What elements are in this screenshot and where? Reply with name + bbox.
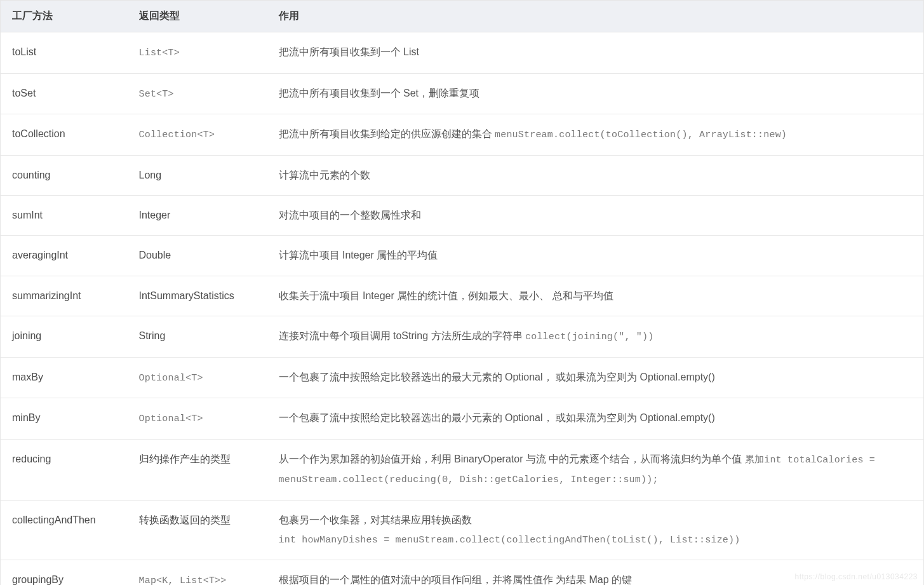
cell-desc: 收集关于流中项目 Integer 属性的统计值，例如最大、最小、 总和与平均值 (267, 276, 924, 316)
cell-method: toList (1, 32, 128, 74)
cell-type: Optional<T> (128, 398, 267, 440)
table-row: toSetSet<T>把流中所有项目收集到一个 Set，删除重复项 (1, 73, 924, 114)
table-row: maxByOptional<T>一个包裹了流中按照给定比较器选出的最大元素的 O… (1, 357, 924, 398)
type-code: List<T> (139, 48, 180, 58)
table-row: toListList<T>把流中所有项目收集到一个 List (1, 32, 924, 74)
table-row: collectingAndThen转换函数返回的类型包裹另一个收集器，对其结果应… (1, 500, 924, 560)
desc-code: menuStream.collect(toCollection(), Array… (495, 130, 787, 140)
cell-method: sumInt (1, 195, 128, 235)
header-method: 工厂方法 (1, 1, 128, 32)
cell-type: 归约操作产生的类型 (128, 439, 267, 500)
desc-text: 一个包裹了流中按照给定比较器选出的最大元素的 Optional， 或如果流为空则… (279, 372, 715, 382)
cell-method: joining (1, 316, 128, 358)
cell-method: collectingAndThen (1, 500, 128, 560)
cell-desc: 计算流中元素的个数 (267, 155, 924, 195)
table-row: summarizingIntIntSummaryStatistics收集关于流中… (1, 276, 924, 316)
header-row: 工厂方法 返回类型 作用 (1, 1, 924, 32)
cell-type: Optional<T> (128, 357, 267, 398)
cell-method: averagingInt (1, 236, 128, 276)
cell-method: summarizingInt (1, 276, 128, 316)
table-row: sumIntInteger对流中项目的一个整数属性求和 (1, 195, 924, 235)
type-code: Optional<T> (139, 373, 203, 384)
cell-desc: 一个包裹了流中按照给定比较器选出的最大元素的 Optional， 或如果流为空则… (267, 357, 924, 398)
cell-desc: 包裹另一个收集器，对其结果应用转换函数 int howManyDishes = … (267, 500, 924, 560)
desc-prefix-code: 累加 (745, 455, 764, 466)
table-row: toCollectionCollection<T>把流中所有项目收集到给定的供应… (1, 114, 924, 156)
cell-desc: 连接对流中每个项目调用 toString 方法所生成的字符串 collect(j… (267, 316, 924, 358)
type-code: Set<T> (139, 89, 174, 100)
cell-type: Set<T> (128, 73, 267, 114)
watermark: https://blog.csdn.net/u013034223 (795, 572, 918, 581)
desc-text: 包裹另一个收集器，对其结果应用转换函数 (279, 514, 472, 525)
cell-method: groupingBy (1, 560, 128, 585)
desc-text: 连接对流中每个项目调用 toString 方法所生成的字符串 (279, 330, 525, 341)
cell-type: Double (128, 236, 267, 276)
cell-type: String (128, 316, 267, 358)
collectors-table: 工厂方法 返回类型 作用 toListList<T>把流中所有项目收集到一个 L… (0, 0, 924, 585)
table-row: averagingIntDouble计算流中项目 Integer 属性的平均值 (1, 236, 924, 276)
table-row: countingLong计算流中元素的个数 (1, 155, 924, 195)
cell-method: reducing (1, 439, 128, 500)
table-row: minByOptional<T>一个包裹了流中按照给定比较器选出的最小元素的 O… (1, 398, 924, 440)
desc-text: 把流中所有项目收集到一个 Set，删除重复项 (279, 88, 479, 98)
cell-desc: 一个包裹了流中按照给定比较器选出的最小元素的 Optional， 或如果流为空则… (267, 398, 924, 440)
type-code: Map<K, List<T>> (139, 575, 227, 585)
cell-method: toSet (1, 73, 128, 114)
desc-text: 把流中所有项目收集到一个 List (279, 46, 419, 57)
type-code: Collection<T> (139, 130, 215, 140)
desc-text: 计算流中元素的个数 (279, 170, 370, 180)
table-row: groupingByMap<K, List<T>>根据项目的一个属性的值对流中的… (1, 560, 924, 585)
cell-desc: 计算流中项目 Integer 属性的平均值 (267, 236, 924, 276)
cell-type: List<T> (128, 32, 267, 74)
cell-method: maxBy (1, 357, 128, 398)
cell-type: Integer (128, 195, 267, 235)
table-row: joiningString连接对流中每个项目调用 toString 方法所生成的… (1, 316, 924, 358)
header-desc: 作用 (267, 1, 924, 32)
cell-type: IntSummaryStatistics (128, 276, 267, 316)
desc-text: 收集关于流中项目 Integer 属性的统计值，例如最大、最小、 总和与平均值 (279, 290, 613, 301)
desc-text: 一个包裹了流中按照给定比较器选出的最小元素的 Optional， 或如果流为空则… (279, 412, 715, 423)
desc-text: 根据项目的一个属性的值对流中的项目作问组，并将属性值作 为结果 Map 的键 (279, 574, 632, 585)
cell-method: toCollection (1, 114, 128, 156)
cell-desc: 把流中所有项目收集到一个 Set，删除重复项 (267, 73, 924, 114)
table-row: reducing归约操作产生的类型从一个作为累加器的初始值开始，利用 Binar… (1, 439, 924, 500)
cell-type: Long (128, 155, 267, 195)
cell-desc: 把流中所有项目收集到一个 List (267, 32, 924, 74)
cell-type: Collection<T> (128, 114, 267, 156)
desc-text: 对流中项目的一个整数属性求和 (279, 210, 421, 220)
type-code: Optional<T> (139, 414, 203, 424)
cell-method: counting (1, 155, 128, 195)
desc-code: collect(joining(", ")) (525, 332, 653, 342)
cell-type: Map<K, List<T>> (128, 560, 267, 585)
desc-text: 从一个作为累加器的初始值开始，利用 BinaryOperator 与流 中的元素… (279, 454, 745, 464)
cell-type: 转换函数返回的类型 (128, 500, 267, 560)
header-type: 返回类型 (128, 1, 267, 32)
desc-text: 把流中所有项目收集到给定的供应源创建的集合 (279, 128, 495, 139)
desc-code: int howManyDishes = menuStream.collect(c… (279, 535, 740, 546)
cell-method: minBy (1, 398, 128, 440)
cell-desc: 对流中项目的一个整数属性求和 (267, 195, 924, 235)
desc-text: 计算流中项目 Integer 属性的平均值 (279, 250, 438, 260)
cell-desc: 把流中所有项目收集到给定的供应源创建的集合 menuStream.collect… (267, 114, 924, 156)
cell-desc: 从一个作为累加器的初始值开始，利用 BinaryOperator 与流 中的元素… (267, 439, 924, 500)
